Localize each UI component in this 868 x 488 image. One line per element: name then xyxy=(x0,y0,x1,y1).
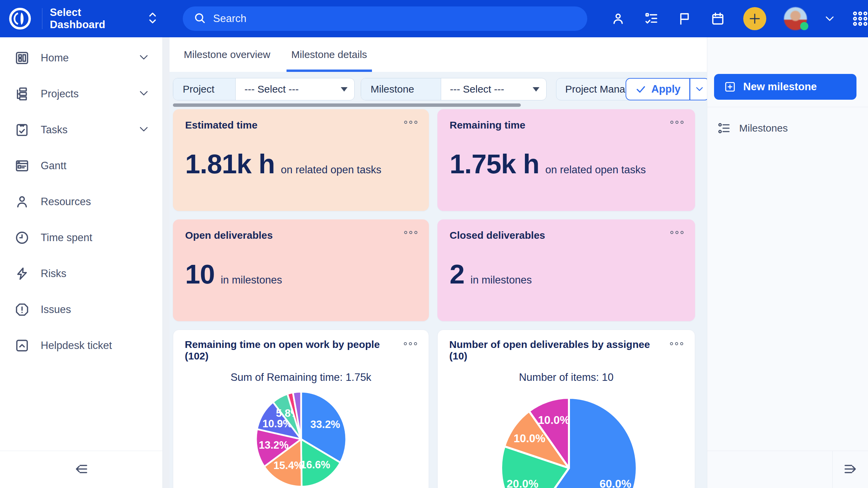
project-filter-label: Project xyxy=(173,78,236,100)
active-tab-underline xyxy=(287,70,372,72)
sidebar-footer xyxy=(0,451,162,488)
project-filter-value: --- Select --- xyxy=(236,78,341,100)
sidebar-item-resources[interactable]: Resources xyxy=(0,190,162,214)
card-caption: in milestones xyxy=(471,274,532,286)
sidebar-item-label: Helpdesk ticket xyxy=(41,339,149,352)
chart-menu-button[interactable] xyxy=(670,342,683,345)
sidebar-item-label: Resources xyxy=(41,196,149,208)
sidebar-item-gantt[interactable]: Gantt xyxy=(0,154,162,178)
chevron-down-icon xyxy=(139,90,149,98)
card-caption: in milestones xyxy=(221,274,282,286)
card-title: Estimated time xyxy=(185,119,417,131)
sidebar-item-label: Home xyxy=(41,52,139,64)
sidebar-scrollbar[interactable] xyxy=(163,37,170,488)
profile-icon[interactable] xyxy=(610,11,626,26)
quick-add-button[interactable] xyxy=(743,7,766,30)
sidebar-item-issues[interactable]: Issues xyxy=(0,298,162,321)
card-title: Remaining time xyxy=(450,119,683,131)
sidebar: Home Projects xyxy=(0,37,163,488)
sidebar-item-home[interactable]: Home xyxy=(0,46,162,70)
horizontal-scrollbar[interactable] xyxy=(173,103,521,107)
collapse-sidebar-icon[interactable] xyxy=(74,461,89,478)
sidebar-item-tasks[interactable]: Tasks xyxy=(0,118,162,142)
select-caret-icon xyxy=(533,87,539,92)
project-manager-filter-value: Project Mana xyxy=(565,83,625,95)
milestones-list-icon xyxy=(717,121,731,135)
calendar-icon[interactable] xyxy=(710,11,726,26)
dashboard-selector[interactable]: Select Dashboard xyxy=(50,6,158,31)
check-icon xyxy=(635,83,647,95)
chart-menu-button[interactable] xyxy=(404,342,417,345)
card-menu-button[interactable] xyxy=(404,121,417,124)
sidebar-item-projects[interactable]: Projects xyxy=(0,82,162,106)
app-logo-icon[interactable] xyxy=(9,7,31,30)
kpi-card-closed-deliverables: Closed deliverables 2 in milestones xyxy=(437,219,695,321)
tab-milestone-details[interactable]: Milestone details xyxy=(287,37,372,72)
milestones-list-item[interactable]: Milestones xyxy=(707,115,868,141)
search-icon xyxy=(193,11,206,26)
chart-title: Remaining time on open work by people (1… xyxy=(185,339,404,362)
chart-title: Number of open deliverables by assignee … xyxy=(449,339,670,362)
milestone-filter-select[interactable]: Milestone --- Select --- xyxy=(361,78,547,100)
new-milestone-button[interactable]: New milestone xyxy=(714,74,856,100)
svg-text:13.2%: 13.2% xyxy=(259,439,289,451)
card-menu-button[interactable] xyxy=(670,121,684,124)
milestone-filter-value: --- Select --- xyxy=(441,78,533,100)
card-title: Closed deliverables xyxy=(450,230,683,241)
filter-bar: Project --- Select --- Milestone --- Sel… xyxy=(170,72,707,109)
project-filter-select[interactable]: Project --- Select --- xyxy=(173,78,355,100)
search-bar[interactable] xyxy=(183,6,587,31)
apply-button[interactable]: Apply xyxy=(626,78,690,100)
alert-octagon-icon xyxy=(14,302,30,317)
search-input[interactable] xyxy=(213,13,552,25)
divider xyxy=(42,8,42,29)
apply-button-group: Apply xyxy=(626,78,707,100)
card-value: 10 xyxy=(185,259,215,290)
pie-svg-0: 33.2%16.6%15.4%13.2%10.9%5.8% xyxy=(173,385,429,488)
dashboard-icon xyxy=(14,50,30,66)
sidebar-item-time-spent[interactable]: Time spent xyxy=(0,226,162,250)
apps-grid-icon[interactable] xyxy=(852,11,868,26)
kpi-card-open-deliverables: Open deliverables 10 in milestones xyxy=(173,219,429,321)
user-menu-chevron-icon[interactable] xyxy=(825,15,835,22)
plus-square-icon xyxy=(724,80,736,93)
expand-panel-icon[interactable] xyxy=(843,461,858,478)
tab-bar: Milestone overview Milestone details xyxy=(170,37,707,72)
widget-grid: Estimated time 1.81k h on related open t… xyxy=(173,109,695,488)
card-caption: on related open tasks xyxy=(281,164,381,176)
kpi-card-estimated-time: Estimated time 1.81k h on related open t… xyxy=(173,109,429,211)
online-status-dot xyxy=(800,22,808,30)
topbar: Select Dashboard xyxy=(0,0,868,37)
task-list-icon[interactable] xyxy=(644,11,659,26)
projects-tree-icon xyxy=(14,86,30,102)
card-menu-button[interactable] xyxy=(670,231,684,234)
topbar-icon-group xyxy=(610,7,868,30)
card-title: Open deliverables xyxy=(185,230,417,241)
pie-svg-1: 60.0%20.0%10.0%10.0% xyxy=(438,385,695,488)
select-caret-icon xyxy=(341,87,348,92)
chart-subtitle: Sum of Remaining time: 1.75k xyxy=(173,371,429,384)
card-value: 1.81k h xyxy=(185,149,275,180)
card-menu-button[interactable] xyxy=(404,231,417,234)
user-avatar[interactable] xyxy=(784,7,807,30)
chart-card-remaining-time-by-people: Remaining time on open work by people (1… xyxy=(173,330,429,488)
chevron-down-icon xyxy=(139,126,149,134)
right-panel: New milestone Milestones xyxy=(707,37,868,488)
lightning-icon xyxy=(14,266,30,281)
clipboard-check-icon xyxy=(14,122,30,138)
svg-text:16.6%: 16.6% xyxy=(300,459,330,471)
chart-subtitle: Number of items: 10 xyxy=(438,371,695,384)
main-content: Milestone overview Milestone details Pro… xyxy=(170,37,707,488)
flag-icon[interactable] xyxy=(677,11,692,26)
card-caption: on related open tasks xyxy=(545,164,646,176)
divider xyxy=(707,107,868,107)
sidebar-item-risks[interactable]: Risks xyxy=(0,262,162,286)
svg-text:33.2%: 33.2% xyxy=(310,418,340,430)
kpi-card-remaining-time: Remaining time 1.75k h on related open t… xyxy=(437,109,695,211)
sidebar-item-helpdesk-ticket[interactable]: Helpdesk ticket xyxy=(0,334,162,357)
gantt-icon xyxy=(14,158,30,174)
apply-dropdown-button[interactable] xyxy=(690,78,707,100)
tab-milestone-overview[interactable]: Milestone overview xyxy=(179,37,275,72)
sort-chevrons-icon xyxy=(147,11,158,26)
sidebar-item-label: Time spent xyxy=(41,232,149,244)
